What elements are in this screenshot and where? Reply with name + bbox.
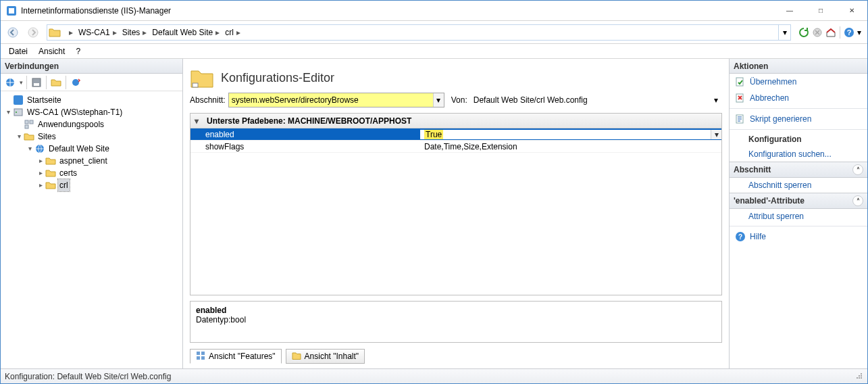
grid-group-header[interactable]: ▾ Unterste Pfadebene: MACHINE/WEBROOT/AP… <box>190 114 721 128</box>
from-combo[interactable]: Default Web Site/crl Web.config ▾ <box>470 93 722 107</box>
actions-title: Aktionen <box>730 59 867 74</box>
expander-icon[interactable]: ▾ <box>3 106 13 118</box>
collapse-icon[interactable]: ˄ <box>852 164 863 175</box>
breadcrumb-bar[interactable]: ▸ WS-CA1▸ Sites▸ Default Web Site▸ crl▸ … <box>47 24 791 41</box>
expander-icon[interactable]: ▾ <box>14 130 24 143</box>
menu-help[interactable]: ? <box>70 45 86 57</box>
tree-sites[interactable]: ▾ Sites <box>2 130 181 143</box>
actions-panel: Aktionen Übernehmen Abbrechen Skript gen… <box>729 59 867 368</box>
action-apply[interactable]: Übernehmen <box>730 74 867 90</box>
prop-value: Date,Time,Size,Extension <box>420 142 721 151</box>
dropdown-arrow-icon[interactable]: ▾ <box>711 93 721 107</box>
action-generate-script[interactable]: Skript generieren <box>730 111 867 127</box>
tree-aspnet-client[interactable]: ▸ aspnet_client <box>2 155 181 167</box>
dropdown-arrow-icon[interactable]: ▾ <box>711 130 721 139</box>
tab-content[interactable]: Ansicht "Inhalt" <box>286 349 365 364</box>
action-lock-attribute[interactable]: Attribut sperren <box>730 209 867 224</box>
svg-rect-21 <box>197 356 200 360</box>
breadcrumb-item[interactable]: crl▸ <box>222 25 243 40</box>
save-icon[interactable] <box>30 76 43 89</box>
back-button[interactable] <box>3 24 22 41</box>
window-controls: ― □ ✕ <box>774 1 867 20</box>
connections-panel: Verbindungen ▾ ▸ Startseite ▾ <box>1 59 183 368</box>
breadcrumb-item[interactable]: Sites▸ <box>120 25 150 40</box>
status-text: Konfiguration: Default Web Site/crl Web.… <box>5 372 171 381</box>
cancel-icon <box>735 93 746 103</box>
body: Verbindungen ▾ ▸ Startseite ▾ <box>1 59 867 368</box>
svg-rect-9 <box>34 83 39 86</box>
svg-point-32 <box>859 375 860 377</box>
tab-features[interactable]: Ansicht "Features" <box>190 349 282 364</box>
dropdown-arrow-icon[interactable]: ▾ <box>857 26 862 39</box>
home-icon[interactable] <box>825 26 837 39</box>
separator <box>46 76 47 89</box>
refresh-connection-icon[interactable] <box>69 76 82 89</box>
connections-tree[interactable]: ▸ Startseite ▾ WS-CA1 (WS\stephan-T1) ▸ … <box>1 91 182 368</box>
expander-icon[interactable]: ▾ <box>25 143 34 155</box>
close-button[interactable]: ✕ <box>836 1 867 20</box>
grid-row-enabled[interactable]: enabled True ▾ <box>190 128 721 141</box>
section-label: Abschnitt: <box>190 95 226 105</box>
divider <box>730 226 867 226</box>
tree-certs[interactable]: ▸ certs <box>2 167 181 179</box>
content-icon <box>292 351 301 362</box>
help-icon: ? <box>735 231 746 242</box>
script-icon <box>735 114 746 124</box>
breadcrumb-dropdown[interactable]: ▾ <box>778 25 790 40</box>
tree-server[interactable]: ▾ WS-CA1 (WS\stephan-T1) <box>2 106 181 118</box>
breadcrumb-item[interactable]: Default Web Site▸ <box>149 25 222 40</box>
refresh-icon[interactable] <box>798 26 810 39</box>
collapse-icon[interactable]: ˄ <box>852 195 863 206</box>
svg-rect-20 <box>201 352 205 355</box>
tree-crl[interactable]: ▸ crl <box>2 179 181 191</box>
action-lock-section[interactable]: Abschnitt sperren <box>730 178 867 193</box>
menu-file[interactable]: Datei <box>3 45 33 57</box>
folder-icon <box>45 155 56 166</box>
title-bar: Internetinformationsdienste (IIS)-Manage… <box>1 1 867 21</box>
dropdown-arrow-icon[interactable]: ▾ <box>433 93 444 107</box>
breadcrumb-item[interactable]: WS-CA1▸ <box>76 25 120 40</box>
connections-toolbar: ▾ <box>1 74 182 91</box>
tree-startpage[interactable]: ▸ Startseite <box>2 94 181 106</box>
tree-apppools[interactable]: ▸ Anwendungspools <box>2 118 181 130</box>
nav-bar: ▸ WS-CA1▸ Sites▸ Default Web Site▸ crl▸ … <box>1 21 867 44</box>
detail-box: enabled Datentyp:bool <box>190 301 722 343</box>
prop-name: enabled <box>190 130 420 139</box>
svg-point-2 <box>8 28 18 37</box>
divider <box>730 108 867 109</box>
stop-icon[interactable] <box>811 26 823 39</box>
view-tabs: Ansicht "Features" Ansicht "Inhalt" <box>190 348 722 364</box>
expander-icon[interactable]: ▸ <box>36 155 45 167</box>
folder-icon <box>49 26 61 39</box>
apppools-icon <box>24 119 34 130</box>
nav-tool-icons: ? ▾ <box>795 26 865 39</box>
expander-icon[interactable]: ▸ <box>36 179 45 191</box>
dropdown-arrow-icon[interactable]: ▾ <box>18 76 24 89</box>
breadcrumb-sep-root[interactable]: ▸ <box>63 25 76 40</box>
tree-default-site[interactable]: ▾ Default Web Site <box>2 143 181 155</box>
grid-row-showflags[interactable]: showFlags Date,Time,Size,Extension <box>190 141 721 153</box>
prop-value-cell[interactable]: True ▾ <box>420 130 721 139</box>
property-grid: ▾ Unterste Pfadebene: MACHINE/WEBROOT/AP… <box>190 113 722 295</box>
section-header-abschnitt[interactable]: Abschnitt ˄ <box>730 162 867 178</box>
help-icon[interactable]: ? <box>843 26 855 39</box>
apply-icon <box>735 76 746 87</box>
svg-point-33 <box>861 373 862 375</box>
action-cancel[interactable]: Abbrechen <box>730 90 867 106</box>
open-folder-icon[interactable] <box>49 76 63 89</box>
expander-icon[interactable]: ▸ <box>36 167 45 179</box>
section-combo[interactable]: system.webServer/directoryBrowse ▾ <box>228 93 444 107</box>
menu-view[interactable]: Ansicht <box>33 45 70 57</box>
action-config-search[interactable]: Konfiguration suchen... <box>730 147 867 162</box>
section-header-attribute[interactable]: 'enabled'-Attribute ˄ <box>730 193 867 209</box>
forward-button[interactable] <box>24 24 43 41</box>
svg-point-13 <box>16 112 17 113</box>
chevron-down-icon[interactable]: ▾ <box>195 116 203 126</box>
action-help[interactable]: ? Hilfe <box>730 229 867 245</box>
connect-icon[interactable] <box>3 76 17 89</box>
connections-title: Verbindungen <box>1 59 182 74</box>
folder-icon <box>45 180 56 191</box>
minimize-button[interactable]: ― <box>774 1 805 20</box>
svg-rect-16 <box>25 125 28 128</box>
maximize-button[interactable]: □ <box>805 1 836 20</box>
